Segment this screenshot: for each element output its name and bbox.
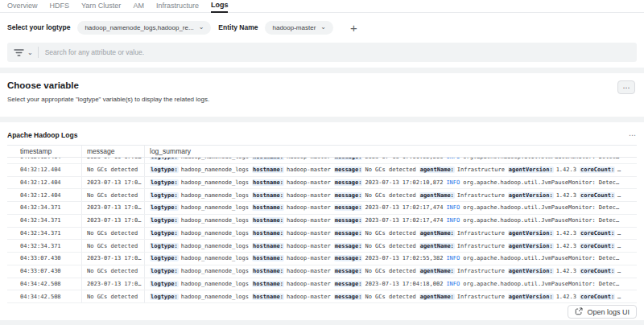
- filter-funnel-icon[interactable]: [14, 48, 24, 57]
- cell-message: 2023-07-13 17:0…: [81, 278, 144, 290]
- summary-key-badge: hostname:: [252, 204, 284, 211]
- cell-timestamp: 04:32:12.404: [7, 177, 81, 189]
- tab-infrastructure[interactable]: Infrastructure: [156, 0, 199, 12]
- summary-value: …: [617, 268, 621, 274]
- summary-value: hadoop_namenode_logs: [181, 179, 249, 186]
- entity-name-label: Entity Name: [218, 23, 258, 31]
- summary-key-badge: message:: [334, 294, 363, 300]
- log-table-header: timestamp message log_summary: [7, 145, 637, 158]
- chevron-down-icon: ⌄: [320, 24, 326, 31]
- tab-overview[interactable]: Overview: [7, 0, 38, 12]
- summary-text: org.apache.hadoop.util.JvmPauseMonitor: …: [463, 255, 619, 261]
- more-options-icon[interactable]: ⋯: [617, 80, 635, 94]
- log-table-row[interactable]: 04:32:34.371 2023-07-13 17:0… logtype:ha…: [7, 202, 637, 215]
- summary-key-badge: message:: [334, 158, 363, 160]
- variable-filter-bar: Select your logtype hadoop_namenode_logs…: [0, 13, 644, 42]
- summary-key-badge: logtype:: [150, 255, 179, 261]
- log-table-row[interactable]: 04:33:07.430 No GCs detected logtype:had…: [7, 265, 637, 278]
- log-level-info: INFO: [446, 204, 460, 211]
- external-link-icon: [575, 307, 583, 317]
- cell-timestamp: 04:34:42.508: [7, 278, 81, 290]
- summary-key-badge: message:: [334, 179, 363, 186]
- tab-am[interactable]: AM: [133, 0, 144, 12]
- log-table-row[interactable]: 04:32:12.404 No GCs detected logtype:had…: [7, 164, 637, 177]
- summary-value: hadoop_namenode_logs: [181, 167, 249, 173]
- apache-hadoop-logs-panel: Apache Hadoop Logs ⋯ timestamp message l…: [0, 122, 644, 320]
- cell-log-summary: logtype:hadoop_namenode_logshostname:had…: [144, 228, 637, 240]
- summary-key-badge: agentVersion:: [508, 243, 554, 249]
- chevron-down-icon[interactable]: ⌄: [27, 49, 33, 56]
- summary-value: hadoop_namenode_logs: [181, 294, 249, 300]
- log-table-row[interactable]: 04:34:42.508 2023-07-13 17:0… logtype:ha…: [7, 278, 637, 291]
- summary-key-badge: hostname:: [252, 255, 284, 261]
- cell-timestamp: 04:32:12.404: [7, 189, 81, 201]
- cell-message: No GCs detected: [81, 228, 144, 240]
- cell-log-summary: logtype:hadoop_namenode_logshostname:had…: [144, 202, 637, 214]
- summary-value: Infrastructure: [457, 243, 505, 249]
- summary-text: org.apache.hadoop.util.JvmPauseMonitor: …: [463, 158, 619, 160]
- summary-key-badge: logtype:: [150, 158, 179, 160]
- summary-value: hadoop_namenode_logs: [181, 217, 249, 224]
- entity-name-dropdown[interactable]: hadoop-master ⌄: [265, 21, 333, 35]
- summary-value: …: [617, 167, 621, 173]
- summary-key-badge: agentVersion:: [508, 192, 554, 199]
- summary-value: 2023-07-13 17:01:02,203: [365, 158, 443, 160]
- log-table-row[interactable]: 04:32:12.404 2023-07-13 17:0… logtype:ha…: [7, 177, 637, 190]
- cell-timestamp: 04:32:34.371: [7, 240, 81, 252]
- summary-value: hadoop-master: [287, 243, 331, 249]
- log-table-row[interactable]: 04:34:42.508 No GCs detected logtype:had…: [7, 290, 637, 303]
- logs-panel-footer: Open logs UI: [7, 303, 637, 320]
- summary-key-badge: hostname:: [252, 167, 284, 173]
- cell-message: 2023-07-13 17:0…: [81, 158, 144, 163]
- section-divider: [0, 68, 644, 73]
- summary-key-badge: agentVersion:: [508, 230, 554, 237]
- search-bar[interactable]: ⌄: [7, 43, 637, 62]
- summary-key-badge: hostname:: [252, 192, 284, 199]
- log-table-row[interactable]: 04:32:12.404 2023-07-13 17:0… logtype:ha…: [7, 158, 637, 164]
- section-divider: [0, 117, 644, 122]
- search-input[interactable]: [45, 48, 630, 56]
- summary-key-badge: logtype:: [150, 281, 179, 287]
- summary-key-badge: hostname:: [252, 281, 284, 287]
- summary-value: 2023-07-13 17:02:17,474: [365, 217, 443, 224]
- summary-key-badge: agentName:: [419, 294, 455, 300]
- logs-panel-header: Apache Hadoop Logs ⋯: [7, 122, 637, 145]
- cell-message: 2023-07-13 17:0…: [81, 202, 144, 214]
- log-table-row[interactable]: 04:32:34.371 No GCs detected logtype:had…: [7, 228, 637, 241]
- summary-value: 1.42.3: [556, 294, 576, 300]
- cell-message: No GCs detected: [81, 189, 144, 201]
- log-table-row[interactable]: 04:32:34.371 2023-07-13 17:0… logtype:ha…: [7, 215, 637, 228]
- cell-log-summary: logtype:hadoop_namenode_logshostname:had…: [144, 189, 637, 201]
- log-level-info: INFO: [446, 255, 460, 261]
- summary-key-badge: logtype:: [150, 268, 179, 274]
- log-table-row[interactable]: 04:32:12.404 No GCs detected logtype:had…: [7, 189, 637, 202]
- summary-value: No GCs detected: [365, 192, 415, 199]
- cell-message: No GCs detected: [81, 290, 144, 302]
- summary-key-badge: message:: [334, 281, 363, 287]
- summary-key-badge: hostname:: [252, 217, 284, 224]
- tab-yarn-cluster[interactable]: Yarn Cluster: [81, 0, 121, 12]
- cell-message: 2023-07-13 17:0…: [81, 177, 144, 189]
- summary-value: hadoop-master: [287, 167, 331, 173]
- summary-value: No GCs detected: [365, 243, 415, 249]
- add-variable-button[interactable]: +: [347, 22, 361, 34]
- more-options-icon[interactable]: ⋯: [629, 131, 637, 139]
- log-table-row[interactable]: 04:32:34.371 No GCs detected logtype:had…: [7, 240, 637, 253]
- summary-text: org.apache.hadoop.util.JvmPauseMonitor: …: [463, 281, 619, 287]
- summary-value: hadoop-master: [287, 217, 331, 224]
- cell-log-summary: logtype:hadoop_namenode_logshostname:had…: [144, 158, 637, 163]
- logtype-dropdown[interactable]: hadoop_namenode_logs,hadoop_re... ⌄: [77, 21, 211, 35]
- open-logs-ui-button[interactable]: Open logs UI: [568, 305, 637, 319]
- summary-value: …: [617, 192, 621, 199]
- cell-message: 2023-07-13 17:0…: [81, 253, 144, 265]
- logtype-label: Select your logtype: [7, 23, 70, 31]
- logtype-dropdown-value: hadoop_namenode_logs,hadoop_re...: [85, 24, 193, 31]
- summary-value: 2023-07-13 17:04:18,002: [365, 281, 443, 287]
- summary-value: 2023-07-13 17:02:55,382: [365, 255, 443, 261]
- summary-text: org.apache.hadoop.util.JvmPauseMonitor: …: [463, 179, 619, 186]
- tab-hdfs[interactable]: HDFS: [50, 0, 70, 12]
- tab-logs[interactable]: Logs: [211, 0, 229, 13]
- log-table-row[interactable]: 04:33:07.430 2023-07-13 17:0… logtype:ha…: [7, 253, 637, 265]
- summary-key-badge: agentName:: [419, 192, 455, 199]
- log-level-info: INFO: [446, 281, 460, 287]
